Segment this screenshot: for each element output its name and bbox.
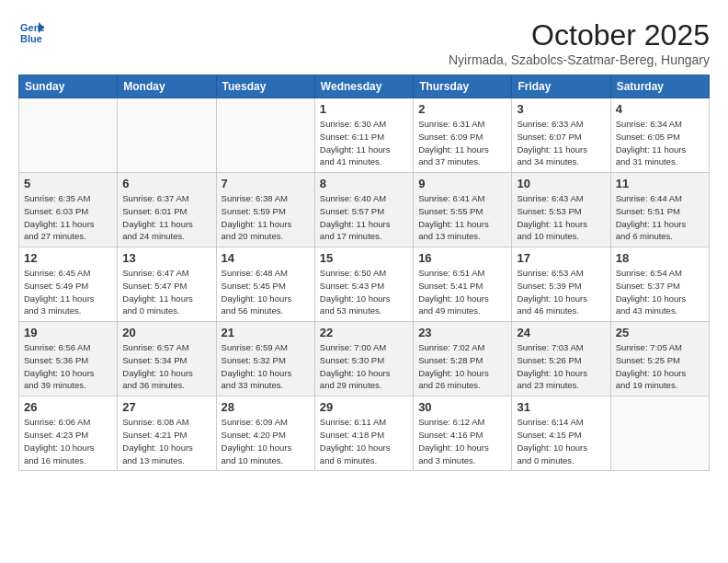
calendar-cell: 26Sunrise: 6:06 AMSunset: 4:23 PMDayligh… bbox=[19, 396, 118, 471]
day-info: Sunrise: 6:57 AMSunset: 5:34 PMDaylight:… bbox=[122, 341, 210, 392]
weekday-header-row: SundayMondayTuesdayWednesdayThursdayFrid… bbox=[19, 75, 710, 98]
calendar-cell: 22Sunrise: 7:00 AMSunset: 5:30 PMDayligh… bbox=[314, 322, 413, 396]
calendar-table: SundayMondayTuesdayWednesdayThursdayFrid… bbox=[18, 75, 710, 471]
day-info: Sunrise: 6:12 AMSunset: 4:16 PMDaylight:… bbox=[418, 416, 506, 466]
day-number: 31 bbox=[517, 400, 605, 414]
day-info: Sunrise: 6:48 AMSunset: 5:45 PMDaylight:… bbox=[222, 267, 310, 317]
calendar-cell: 4Sunrise: 6:34 AMSunset: 6:05 PMDaylight… bbox=[610, 98, 709, 173]
day-info: Sunrise: 6:54 AMSunset: 5:37 PMDaylight:… bbox=[616, 267, 704, 317]
calendar-cell: 7Sunrise: 6:38 AMSunset: 5:59 PMDaylight… bbox=[216, 173, 314, 247]
day-number: 3 bbox=[517, 102, 605, 116]
calendar-cell: 25Sunrise: 7:05 AMSunset: 5:25 PMDayligh… bbox=[610, 322, 709, 396]
calendar-cell: 2Sunrise: 6:31 AMSunset: 6:09 PMDaylight… bbox=[414, 98, 512, 173]
day-info: Sunrise: 6:59 AMSunset: 5:32 PMDaylight:… bbox=[222, 341, 310, 392]
day-number: 1 bbox=[320, 102, 408, 116]
day-info: Sunrise: 6:38 AMSunset: 5:59 PMDaylight:… bbox=[222, 192, 310, 243]
day-info: Sunrise: 6:56 AMSunset: 5:36 PMDaylight:… bbox=[24, 341, 112, 392]
weekday-header-monday: Monday bbox=[118, 75, 216, 98]
location: Nyirmada, Szabolcs-Szatmar-Bereg, Hungar… bbox=[449, 52, 710, 67]
calendar-cell: 18Sunrise: 6:54 AMSunset: 5:37 PMDayligh… bbox=[610, 247, 709, 322]
calendar-week-1: 1Sunrise: 6:30 AMSunset: 6:11 PMDaylight… bbox=[19, 98, 710, 173]
calendar-week-3: 12Sunrise: 6:45 AMSunset: 5:49 PMDayligh… bbox=[19, 247, 710, 322]
weekday-header-thursday: Thursday bbox=[414, 75, 512, 98]
calendar-cell: 31Sunrise: 6:14 AMSunset: 4:15 PMDayligh… bbox=[512, 396, 610, 471]
day-number: 29 bbox=[320, 400, 408, 414]
day-info: Sunrise: 6:06 AMSunset: 4:23 PMDaylight:… bbox=[24, 416, 112, 466]
day-info: Sunrise: 6:14 AMSunset: 4:15 PMDaylight:… bbox=[517, 416, 605, 466]
day-number: 11 bbox=[616, 177, 704, 190]
day-number: 23 bbox=[418, 326, 506, 339]
day-number: 19 bbox=[24, 326, 112, 339]
calendar-cell bbox=[19, 98, 118, 173]
calendar-cell: 27Sunrise: 6:08 AMSunset: 4:21 PMDayligh… bbox=[118, 396, 216, 471]
day-number: 2 bbox=[418, 102, 506, 116]
day-number: 22 bbox=[320, 326, 408, 339]
calendar-cell: 9Sunrise: 6:41 AMSunset: 5:55 PMDaylight… bbox=[414, 173, 512, 247]
day-info: Sunrise: 6:43 AMSunset: 5:53 PMDaylight:… bbox=[517, 192, 605, 243]
day-number: 20 bbox=[122, 326, 210, 339]
calendar-cell: 13Sunrise: 6:47 AMSunset: 5:47 PMDayligh… bbox=[118, 247, 216, 322]
day-number: 21 bbox=[222, 326, 310, 339]
day-number: 5 bbox=[24, 177, 112, 190]
calendar-cell: 16Sunrise: 6:51 AMSunset: 5:41 PMDayligh… bbox=[414, 247, 512, 322]
day-number: 8 bbox=[320, 177, 408, 190]
day-number: 26 bbox=[24, 400, 112, 414]
day-number: 30 bbox=[418, 400, 506, 414]
day-number: 27 bbox=[122, 400, 210, 414]
month-title: October 2025 bbox=[449, 18, 710, 52]
day-info: Sunrise: 6:11 AMSunset: 4:18 PMDaylight:… bbox=[320, 416, 408, 466]
weekday-header-sunday: Sunday bbox=[19, 75, 118, 98]
day-number: 25 bbox=[616, 326, 704, 339]
day-number: 24 bbox=[517, 326, 605, 339]
day-number: 14 bbox=[222, 251, 310, 265]
calendar-cell bbox=[118, 98, 216, 173]
page-header: General Blue October 2025 Nyirmada, Szab… bbox=[18, 18, 710, 67]
day-info: Sunrise: 6:41 AMSunset: 5:55 PMDaylight:… bbox=[418, 192, 506, 243]
day-info: Sunrise: 6:44 AMSunset: 5:51 PMDaylight:… bbox=[616, 192, 704, 243]
calendar-cell: 24Sunrise: 7:03 AMSunset: 5:26 PMDayligh… bbox=[512, 322, 610, 396]
day-info: Sunrise: 6:09 AMSunset: 4:20 PMDaylight:… bbox=[222, 416, 310, 466]
day-number: 4 bbox=[616, 102, 704, 116]
calendar-cell: 19Sunrise: 6:56 AMSunset: 5:36 PMDayligh… bbox=[19, 322, 118, 396]
weekday-header-tuesday: Tuesday bbox=[216, 75, 314, 98]
day-number: 16 bbox=[418, 251, 506, 265]
calendar-cell: 8Sunrise: 6:40 AMSunset: 5:57 PMDaylight… bbox=[314, 173, 413, 247]
day-number: 9 bbox=[418, 177, 506, 190]
day-info: Sunrise: 6:45 AMSunset: 5:49 PMDaylight:… bbox=[24, 267, 112, 317]
calendar-week-2: 5Sunrise: 6:35 AMSunset: 6:03 PMDaylight… bbox=[19, 173, 710, 247]
calendar-cell: 14Sunrise: 6:48 AMSunset: 5:45 PMDayligh… bbox=[216, 247, 314, 322]
calendar-cell: 30Sunrise: 6:12 AMSunset: 4:16 PMDayligh… bbox=[414, 396, 512, 471]
calendar-cell bbox=[610, 396, 709, 471]
day-info: Sunrise: 6:08 AMSunset: 4:21 PMDaylight:… bbox=[122, 416, 210, 466]
day-info: Sunrise: 6:30 AMSunset: 6:11 PMDaylight:… bbox=[320, 118, 408, 168]
calendar-cell: 17Sunrise: 6:53 AMSunset: 5:39 PMDayligh… bbox=[512, 247, 610, 322]
weekday-header-saturday: Saturday bbox=[610, 75, 709, 98]
weekday-header-wednesday: Wednesday bbox=[314, 75, 413, 98]
calendar-cell: 20Sunrise: 6:57 AMSunset: 5:34 PMDayligh… bbox=[118, 322, 216, 396]
calendar-cell: 3Sunrise: 6:33 AMSunset: 6:07 PMDaylight… bbox=[512, 98, 610, 173]
calendar-cell bbox=[216, 98, 314, 173]
day-number: 10 bbox=[517, 177, 605, 190]
calendar-week-4: 19Sunrise: 6:56 AMSunset: 5:36 PMDayligh… bbox=[19, 322, 710, 396]
day-number: 28 bbox=[222, 400, 310, 414]
day-number: 18 bbox=[616, 251, 704, 265]
svg-text:Blue: Blue bbox=[20, 33, 42, 44]
calendar-cell: 5Sunrise: 6:35 AMSunset: 6:03 PMDaylight… bbox=[19, 173, 118, 247]
calendar-cell: 15Sunrise: 6:50 AMSunset: 5:43 PMDayligh… bbox=[314, 247, 413, 322]
logo-icon: General Blue bbox=[18, 18, 44, 44]
day-info: Sunrise: 6:51 AMSunset: 5:41 PMDaylight:… bbox=[418, 267, 506, 317]
calendar-cell: 23Sunrise: 7:02 AMSunset: 5:28 PMDayligh… bbox=[414, 322, 512, 396]
logo: General Blue bbox=[18, 18, 44, 44]
day-number: 7 bbox=[222, 177, 310, 190]
day-info: Sunrise: 7:00 AMSunset: 5:30 PMDaylight:… bbox=[320, 341, 408, 392]
calendar-cell: 21Sunrise: 6:59 AMSunset: 5:32 PMDayligh… bbox=[216, 322, 314, 396]
calendar-cell: 10Sunrise: 6:43 AMSunset: 5:53 PMDayligh… bbox=[512, 173, 610, 247]
day-info: Sunrise: 6:35 AMSunset: 6:03 PMDaylight:… bbox=[24, 192, 112, 243]
day-info: Sunrise: 6:47 AMSunset: 5:47 PMDaylight:… bbox=[122, 267, 210, 317]
calendar-cell: 1Sunrise: 6:30 AMSunset: 6:11 PMDaylight… bbox=[314, 98, 413, 173]
calendar-cell: 12Sunrise: 6:45 AMSunset: 5:49 PMDayligh… bbox=[19, 247, 118, 322]
calendar-week-5: 26Sunrise: 6:06 AMSunset: 4:23 PMDayligh… bbox=[19, 396, 710, 471]
day-number: 17 bbox=[517, 251, 605, 265]
day-info: Sunrise: 7:03 AMSunset: 5:26 PMDaylight:… bbox=[517, 341, 605, 392]
day-info: Sunrise: 6:50 AMSunset: 5:43 PMDaylight:… bbox=[320, 267, 408, 317]
